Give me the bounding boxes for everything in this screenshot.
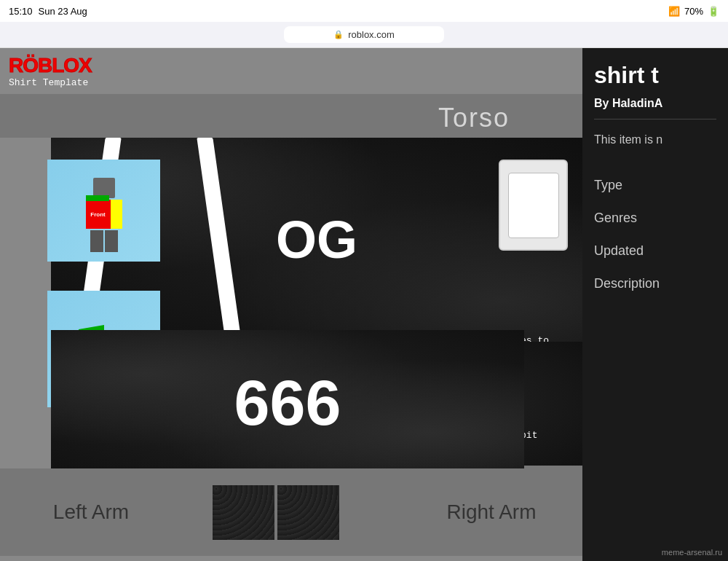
left-panel: RÖBLOX Shirt Template Torso OG — [0, 48, 582, 561]
number-666: 666 — [234, 366, 341, 440]
template-area: Torso OG — [0, 94, 582, 556]
arm-graphic-left — [213, 485, 274, 540]
date: Sun 23 Aug — [39, 6, 87, 17]
char-torso-box: Front — [86, 200, 122, 229]
front-face: Front — [86, 200, 111, 229]
by-line: By HaladinA — [594, 97, 716, 119]
meme-credit-text: meme-arsenal.ru — [662, 548, 722, 557]
right-arm-label: Right Arm — [447, 501, 537, 524]
shirt-template-label: Shirt Template — [9, 77, 92, 88]
char-body-1: Front — [79, 178, 130, 243]
right-panel: shirt t By HaladinA This item is n Type … — [582, 48, 728, 561]
char-preview-1: Front — [47, 160, 160, 262]
updated-row: Updated — [594, 243, 716, 259]
type-row: Type — [594, 178, 716, 193]
leg-left — [90, 230, 103, 252]
left-strip — [0, 138, 51, 476]
arm-section-right: Right Arm — [400, 468, 582, 556]
by-label: By — [594, 97, 609, 109]
item-title: shirt t — [594, 63, 716, 88]
template-header: RÖBLOX Shirt Template — [0, 48, 582, 94]
genres-row: Genres — [594, 211, 716, 226]
torso-label: Torso — [438, 103, 510, 133]
roblox-logo: RÖBLOX Shirt Template — [9, 54, 92, 88]
lock-icon: 🔒 — [333, 30, 344, 39]
front-label: Front — [90, 211, 105, 218]
right-face — [111, 200, 122, 229]
time: 15:10 — [9, 6, 33, 17]
dark-bottom-area: 666 — [51, 330, 524, 476]
battery-percentage: 70% — [684, 6, 703, 17]
status-right: 📶 70% 🔋 — [668, 6, 719, 17]
leg-right — [105, 230, 118, 252]
main-content: RÖBLOX Shirt Template Torso OG — [0, 48, 728, 561]
char-legs — [79, 230, 130, 252]
arms-section: Left Arm Right Arm — [0, 468, 582, 556]
author-name: HaladinA — [612, 97, 662, 109]
battery-icon: 🔋 — [708, 6, 719, 17]
url-text: roblox.com — [348, 29, 395, 40]
arm-graphic-right — [277, 485, 339, 540]
center-arm-boxes — [213, 485, 339, 540]
status-bar: 15:10 Sun 23 Aug 📶 70% 🔋 — [0, 0, 728, 22]
status-left: 15:10 Sun 23 Aug — [9, 6, 87, 17]
left-arm-label: Left Arm — [53, 501, 129, 524]
item-description-short: This item is n — [594, 131, 716, 149]
wifi-icon: 📶 — [668, 6, 680, 17]
url-bar[interactable]: 🔒 roblox.com — [284, 26, 444, 43]
footer-credit: meme-arsenal.ru — [662, 545, 722, 558]
arm-section-left: Left Arm — [0, 468, 182, 556]
backpack — [499, 160, 568, 251]
browser-bar: 🔒 roblox.com — [0, 22, 728, 48]
description-row: Description — [594, 276, 716, 291]
roblox-brand: RÖBLOX — [9, 54, 92, 77]
og-text: OG — [276, 210, 357, 270]
